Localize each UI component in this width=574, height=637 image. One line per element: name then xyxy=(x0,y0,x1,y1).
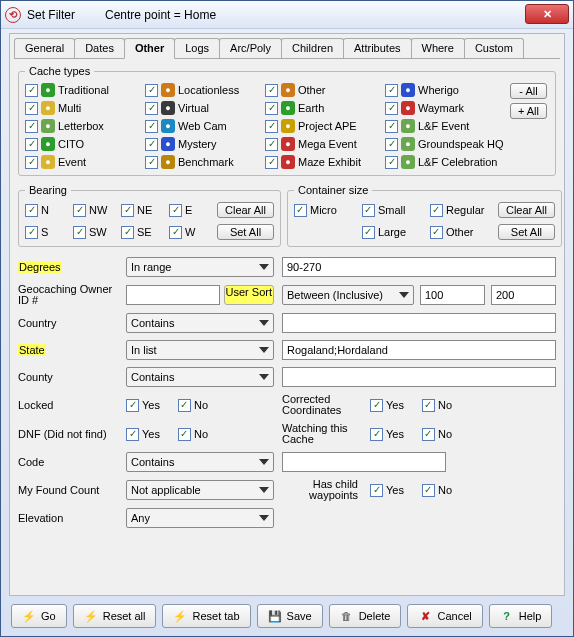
cache-types-group: Cache types - All + All ●Traditional●Loc… xyxy=(18,65,556,176)
tab-attributes[interactable]: Attributes xyxy=(343,38,411,58)
locked-yes-check[interactable] xyxy=(126,399,139,412)
cache-type-check[interactable] xyxy=(25,84,38,97)
reset-all-button[interactable]: ⚡Reset all xyxy=(73,604,157,628)
degrees-combo[interactable]: In range xyxy=(126,257,274,277)
bearing-set-button[interactable]: Set All xyxy=(217,224,274,240)
bearing-N-check[interactable] xyxy=(25,204,38,217)
x-icon: ✘ xyxy=(418,609,432,623)
owner-to-input[interactable] xyxy=(491,285,556,305)
bearing-SE-check[interactable] xyxy=(121,226,134,239)
bearing-NE-check[interactable] xyxy=(121,204,134,217)
cache-type-icon: ● xyxy=(41,83,55,97)
cache-type-check[interactable] xyxy=(25,138,38,151)
country-input[interactable] xyxy=(282,313,556,333)
go-button[interactable]: ⚡Go xyxy=(11,604,67,628)
cache-type-check[interactable] xyxy=(385,138,398,151)
close-button[interactable]: ✕ xyxy=(525,4,569,24)
cache-type-locationless: ●Locationless xyxy=(145,83,265,97)
cache-type-mega-event: ●Mega Event xyxy=(265,137,385,151)
cache-type-label: Multi xyxy=(58,102,81,114)
tab-custom[interactable]: Custom xyxy=(464,38,524,58)
county-input[interactable] xyxy=(282,367,556,387)
state-combo[interactable]: In list xyxy=(126,340,274,360)
found-combo[interactable]: Not applicable xyxy=(126,480,274,500)
tab-general[interactable]: General xyxy=(14,38,75,58)
cache-type-cito: ●CITO xyxy=(25,137,145,151)
cache-type-label: CITO xyxy=(58,138,84,150)
locked-no-check[interactable] xyxy=(178,399,191,412)
dnf-no-check[interactable] xyxy=(178,428,191,441)
county-combo[interactable]: Contains xyxy=(126,367,274,387)
country-combo[interactable]: Contains xyxy=(126,313,274,333)
watching-yes-check[interactable] xyxy=(370,428,383,441)
cache-type-check[interactable] xyxy=(385,84,398,97)
size-Regular-check[interactable] xyxy=(430,204,443,217)
size-Small-check[interactable] xyxy=(362,204,375,217)
cache-type-icon: ● xyxy=(401,155,415,169)
cache-type-check[interactable] xyxy=(145,156,158,169)
tab-where[interactable]: Where xyxy=(411,38,465,58)
cache-type-label: L&F Event xyxy=(418,120,469,132)
cache-type-check[interactable] xyxy=(145,84,158,97)
container-clear-button[interactable]: Clear All xyxy=(498,202,555,218)
cache-type-icon: ● xyxy=(41,155,55,169)
tab-logs[interactable]: Logs xyxy=(174,38,220,58)
size-Micro-check[interactable] xyxy=(294,204,307,217)
cache-type-label: Letterbox xyxy=(58,120,104,132)
cache-type-check[interactable] xyxy=(145,138,158,151)
owner-input[interactable] xyxy=(126,285,220,305)
elevation-combo[interactable]: Any xyxy=(126,508,274,528)
bearing-SW-check[interactable] xyxy=(73,226,86,239)
cache-type-check[interactable] xyxy=(265,102,278,115)
bearing-clear-button[interactable]: Clear All xyxy=(217,202,274,218)
container-set-button[interactable]: Set All xyxy=(498,224,555,240)
code-input[interactable] xyxy=(282,452,446,472)
cache-type-label: Mega Event xyxy=(298,138,357,150)
save-button[interactable]: 💾Save xyxy=(257,604,323,628)
delete-button[interactable]: 🗑Delete xyxy=(329,604,402,628)
owner-range-combo[interactable]: Between (Inclusive) xyxy=(282,285,414,305)
cache-type-check[interactable] xyxy=(25,156,38,169)
tab-dates[interactable]: Dates xyxy=(74,38,125,58)
owner-from-input[interactable] xyxy=(420,285,485,305)
tab-arcpoly[interactable]: Arc/Poly xyxy=(219,38,282,58)
haschild-no-check[interactable] xyxy=(422,484,435,497)
haschild-yes-check[interactable] xyxy=(370,484,383,497)
cache-type-check[interactable] xyxy=(145,102,158,115)
tab-other[interactable]: Other xyxy=(124,38,175,59)
cache-type-check[interactable] xyxy=(265,120,278,133)
corrected-no-check[interactable] xyxy=(422,399,435,412)
help-button[interactable]: ?Help xyxy=(489,604,553,628)
elevation-label: Elevation xyxy=(18,512,118,524)
cancel-button[interactable]: ✘Cancel xyxy=(407,604,482,628)
user-sort-button[interactable]: User Sort xyxy=(224,285,274,305)
plus-all-button[interactable]: + All xyxy=(510,103,547,119)
cache-type-label: Earth xyxy=(298,102,324,114)
cache-type-check[interactable] xyxy=(385,102,398,115)
tab-children[interactable]: Children xyxy=(281,38,344,58)
cache-type-check[interactable] xyxy=(265,84,278,97)
bearing-S-check[interactable] xyxy=(25,226,38,239)
cache-type-check[interactable] xyxy=(265,138,278,151)
reset-tab-button[interactable]: ⚡Reset tab xyxy=(162,604,250,628)
degrees-input[interactable] xyxy=(282,257,556,277)
size-Large-check[interactable] xyxy=(362,226,375,239)
state-input[interactable] xyxy=(282,340,556,360)
bearing-E-check[interactable] xyxy=(169,204,182,217)
minus-all-button[interactable]: - All xyxy=(510,83,547,99)
cache-type-check[interactable] xyxy=(385,156,398,169)
cache-type-check[interactable] xyxy=(145,120,158,133)
bolt-icon: ⚡ xyxy=(173,609,187,623)
cache-type-icon: ● xyxy=(401,137,415,151)
cache-type-check[interactable] xyxy=(385,120,398,133)
bearing-W-check[interactable] xyxy=(169,226,182,239)
bearing-NW-check[interactable] xyxy=(73,204,86,217)
watching-no-check[interactable] xyxy=(422,428,435,441)
size-Other-check[interactable] xyxy=(430,226,443,239)
cache-type-check[interactable] xyxy=(25,120,38,133)
code-combo[interactable]: Contains xyxy=(126,452,274,472)
cache-type-check[interactable] xyxy=(265,156,278,169)
cache-type-check[interactable] xyxy=(25,102,38,115)
dnf-yes-check[interactable] xyxy=(126,428,139,441)
corrected-yes-check[interactable] xyxy=(370,399,383,412)
